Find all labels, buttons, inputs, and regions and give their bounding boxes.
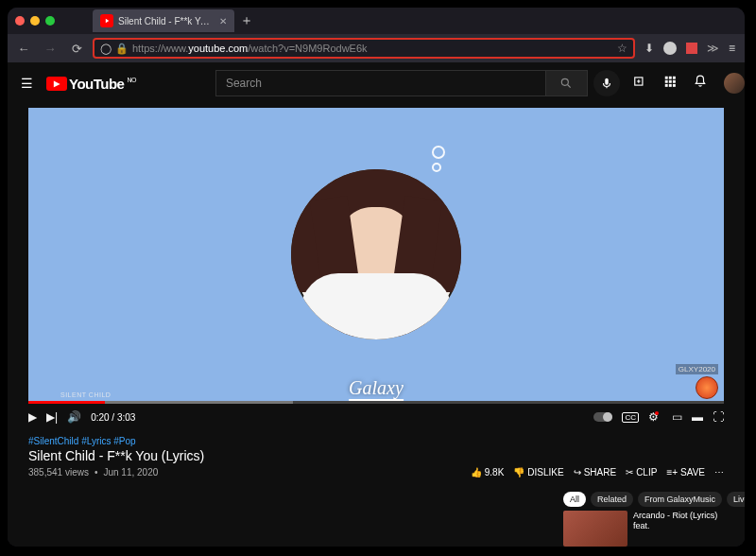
back-button[interactable]: ← — [13, 42, 34, 56]
svg-rect-12 — [673, 80, 676, 83]
progress-channel-label: SILENT CHILD — [60, 391, 111, 398]
filter-chips: All Related From GalaxyMusic Live › — [563, 492, 724, 507]
reload-button[interactable]: ⟳ — [66, 42, 87, 56]
titlebar: Silent Child - F**k You (Lyrics) - ✕ ＋ — [8, 8, 745, 34]
address-bar[interactable]: ◯ 🔒 https://www.youtube.com/watch?v=N9M9… — [93, 38, 635, 59]
lock-icon: 🔒 — [115, 43, 129, 55]
upload-date: Jun 11, 2020 — [103, 467, 158, 478]
chip-all[interactable]: All — [563, 492, 586, 507]
youtube-play-icon: ▶ — [46, 77, 67, 91]
browser-window: Silent Child - F**k You (Lyrics) - ✕ ＋ ←… — [8, 8, 745, 547]
shield-icon: ◯ — [100, 43, 112, 55]
mic-icon — [600, 77, 613, 90]
hashtags[interactable]: #SilentChild #Lyrics #Pop — [28, 436, 724, 446]
youtube-logo[interactable]: ▶ YouTube NO — [46, 76, 136, 92]
time-display: 0:20 / 3:03 — [91, 412, 135, 423]
maximize-window-button[interactable] — [45, 16, 55, 26]
share-button[interactable]: ↪ SHARE — [574, 467, 616, 478]
svg-rect-15 — [673, 84, 676, 87]
youtube-header: ☰ ▶ YouTube NO Search — [8, 62, 745, 104]
extension-icon-2[interactable] — [686, 43, 697, 54]
minimize-window-button[interactable] — [30, 16, 40, 26]
svg-rect-9 — [673, 77, 676, 79]
svg-point-1 — [562, 78, 569, 85]
svg-rect-14 — [669, 84, 672, 87]
extension-icon-1[interactable] — [663, 42, 677, 55]
overflow-icon[interactable]: ≫ — [707, 42, 719, 55]
chip-from-channel[interactable]: From GalaxyMusic — [638, 492, 722, 507]
svg-rect-3 — [605, 78, 609, 85]
more-button[interactable]: ⋯ — [714, 467, 724, 478]
settings-icon[interactable]: ⚙ — [648, 410, 662, 424]
toolbar-right: ⬇ ≫ ≡ — [641, 42, 739, 55]
related-thumbnail — [563, 511, 627, 547]
video-player[interactable]: Galaxy GLXY2020 — [28, 108, 724, 401]
youtube-favicon — [100, 14, 113, 27]
captions-button[interactable]: CC — [622, 412, 639, 423]
view-count: 385,541 views — [28, 467, 89, 478]
download-icon[interactable]: ⬇ — [644, 42, 654, 55]
notifications-icon[interactable] — [694, 75, 707, 92]
search-button[interactable] — [546, 70, 588, 96]
player-controls: SILENT CHILD ▶ ▶| 🔊 0:20 / 3:03 CC ⚙ ▭ ▬… — [28, 401, 724, 430]
autoplay-toggle[interactable] — [593, 412, 612, 422]
svg-rect-8 — [669, 77, 672, 79]
theater-icon[interactable]: ▬ — [692, 410, 703, 424]
dislike-button[interactable]: 👎 DISLIKE — [513, 467, 563, 478]
like-button[interactable]: 👍 9.8K — [471, 467, 505, 478]
youtube-wordmark: YouTube — [69, 76, 124, 92]
save-button[interactable]: ≡+ SAVE — [666, 467, 705, 478]
chip-related[interactable]: Related — [591, 492, 633, 507]
hamburger-icon[interactable]: ☰ — [21, 76, 33, 91]
play-button[interactable]: ▶ — [28, 410, 37, 424]
next-button[interactable]: ▶| — [46, 410, 58, 424]
reaction-emoji — [696, 376, 718, 399]
tab-title: Silent Child - F**k You (Lyrics) - — [118, 16, 214, 26]
decorative-bubbles — [432, 146, 445, 176]
channel-watermark: Galaxy — [349, 377, 404, 399]
forward-button[interactable]: → — [40, 42, 60, 56]
menu-icon[interactable]: ≡ — [729, 42, 735, 55]
svg-rect-7 — [665, 77, 668, 79]
new-tab-button[interactable]: ＋ — [240, 12, 253, 29]
corner-tag: GLXY2020 — [676, 364, 718, 374]
apps-icon[interactable] — [663, 75, 677, 92]
search-input[interactable]: Search — [215, 70, 546, 96]
related-video-item[interactable]: Arcando - Riot (Lyrics) feat. — [563, 511, 724, 547]
related-title: Arcando - Riot (Lyrics) feat. — [633, 511, 724, 547]
svg-line-2 — [568, 85, 571, 88]
bookmark-icon[interactable]: ☆ — [617, 42, 627, 55]
close-tab-icon[interactable]: ✕ — [219, 16, 227, 26]
volume-icon[interactable]: 🔊 — [67, 410, 81, 424]
youtube-region: NO — [127, 77, 136, 83]
browser-tab[interactable]: Silent Child - F**k You (Lyrics) - ✕ — [93, 9, 234, 32]
fullscreen-icon[interactable]: ⛶ — [713, 410, 724, 424]
svg-rect-13 — [665, 84, 668, 87]
search-wrap: Search — [215, 70, 620, 96]
video-artwork — [291, 169, 461, 339]
related-sidebar: All Related From GalaxyMusic Live › Arca… — [563, 492, 724, 547]
svg-rect-11 — [669, 80, 672, 83]
video-title: Silent Child - F**k You (Lyrics) — [28, 448, 724, 463]
url-text: https://www.youtube.com/watch?v=N9M9Rodw… — [132, 43, 617, 54]
user-avatar[interactable] — [724, 73, 745, 94]
close-window-button[interactable] — [15, 16, 25, 26]
create-icon[interactable] — [633, 75, 646, 92]
svg-rect-10 — [665, 80, 668, 83]
search-placeholder: Search — [226, 77, 262, 90]
miniplayer-icon[interactable]: ▭ — [672, 410, 682, 424]
header-right — [633, 73, 745, 94]
progress-bar[interactable]: SILENT CHILD — [28, 401, 724, 404]
chip-live[interactable]: Live — [727, 492, 745, 507]
clip-button[interactable]: ✂ CLIP — [626, 467, 657, 478]
traffic-lights — [15, 16, 55, 26]
voice-search-button[interactable] — [593, 70, 620, 96]
youtube-page: ☰ ▶ YouTube NO Search — [8, 62, 745, 547]
url-toolbar: ← → ⟳ ◯ 🔒 https://www.youtube.com/watch?… — [8, 34, 745, 62]
search-icon — [559, 77, 573, 90]
action-bar: 👍 9.8K 👎 DISLIKE ↪ SHARE ✂ CLIP ≡+ SAVE … — [471, 467, 724, 478]
video-meta: #SilentChild #Lyrics #Pop Silent Child -… — [8, 430, 745, 478]
